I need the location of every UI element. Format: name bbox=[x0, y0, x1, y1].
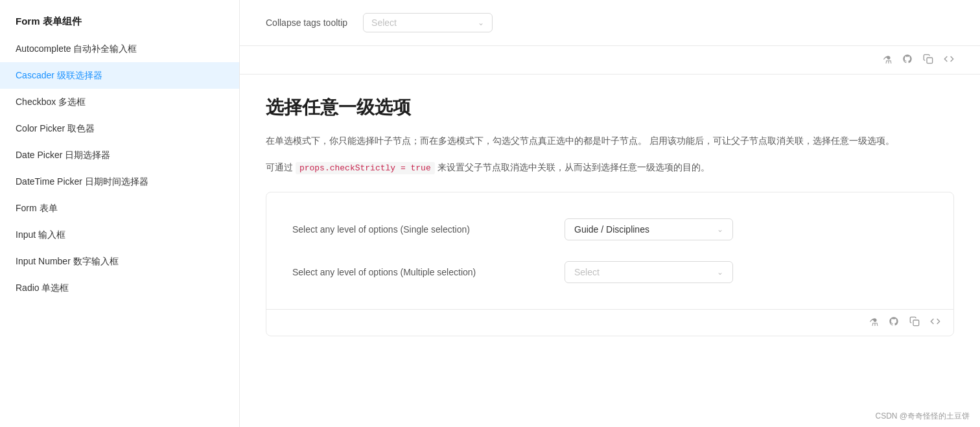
sidebar-item-label: Checkbox 多选框 bbox=[16, 97, 86, 107]
sidebar-item-cascader[interactable]: Cascader 级联选择器 bbox=[0, 62, 239, 89]
sidebar-item-checkbox[interactable]: Checkbox 多选框 bbox=[0, 89, 239, 115]
sidebar-item-form[interactable]: Form 表单 bbox=[0, 195, 239, 222]
sidebar-item-label: Form 表单 bbox=[16, 203, 58, 213]
demo-row-single: Select any level of options (Single sele… bbox=[292, 218, 928, 240]
flask-icon-bottom[interactable]: ⚗ bbox=[869, 316, 878, 329]
top-demo-row: Collapse tags tooltip Select ⌄ bbox=[266, 13, 493, 32]
code-icon-bottom[interactable] bbox=[930, 316, 940, 329]
code-icon[interactable] bbox=[944, 54, 954, 66]
sidebar-item-color-picker[interactable]: Color Picker 取色器 bbox=[0, 115, 239, 142]
chevron-down-icon: ⌄ bbox=[717, 225, 723, 234]
flask-icon[interactable]: ⚗ bbox=[883, 54, 892, 66]
demo-single-select[interactable]: Guide / Disciplines ⌄ bbox=[565, 218, 733, 240]
icons-row: ⚗ bbox=[240, 46, 980, 75]
demo-box: Select any level of options (Single sele… bbox=[266, 192, 954, 336]
collapse-tags-select[interactable]: Select ⌄ bbox=[363, 13, 493, 32]
sidebar-item-input-number[interactable]: Input Number 数字输入框 bbox=[0, 248, 239, 275]
sidebar-item-input[interactable]: Input 输入框 bbox=[0, 222, 239, 248]
sidebar-item-autocomplete[interactable]: Autocomplete 自动补全输入框 bbox=[0, 36, 239, 62]
svg-rect-0 bbox=[927, 58, 933, 63]
section-title: 选择任意一级选项 bbox=[266, 95, 954, 120]
sidebar-item-label: Date Picker 日期选择器 bbox=[16, 150, 110, 160]
sidebar-item-date-picker[interactable]: Date Picker 日期选择器 bbox=[0, 142, 239, 168]
collapse-tags-label: Collapse tags tooltip bbox=[266, 17, 347, 28]
demo-multiple-select[interactable]: Select ⌄ bbox=[565, 261, 733, 283]
chevron-down-icon: ⌄ bbox=[717, 268, 723, 277]
sidebar-item-label: Input 输入框 bbox=[16, 229, 65, 240]
copy-icon-bottom[interactable] bbox=[909, 316, 920, 329]
main-content: Collapse tags tooltip Select ⌄ ⚗ 选择任意一级选… bbox=[240, 0, 980, 427]
sidebar-item-label: Radio 单选框 bbox=[16, 283, 69, 293]
sidebar-item-radio[interactable]: Radio 单选框 bbox=[0, 275, 239, 301]
sidebar: Form 表单组件 Autocomplete 自动补全输入框 Cascader … bbox=[0, 0, 240, 427]
demo-row-multiple: Select any level of options (Multiple se… bbox=[292, 261, 928, 283]
demo-multiple-select-placeholder: Select bbox=[574, 267, 600, 277]
section-desc-2: 可通过 props.checkStrictly = true 来设置父子节点取消… bbox=[266, 159, 954, 176]
sidebar-item-label: Cascader 级联选择器 bbox=[16, 70, 102, 80]
chevron-down-icon: ⌄ bbox=[478, 18, 484, 27]
content-section: 选择任意一级选项 在单选模式下，你只能选择叶子节点；而在多选模式下，勾选父节点真… bbox=[240, 75, 980, 349]
sidebar-item-datetime-picker[interactable]: DateTime Picker 日期时间选择器 bbox=[0, 168, 239, 195]
sidebar-item-label: Input Number 数字输入框 bbox=[16, 256, 119, 266]
section-desc-1: 在单选模式下，你只能选择叶子节点；而在多选模式下，勾选父节点真正选中的都是叶子节… bbox=[266, 133, 954, 149]
demo-content: Select any level of options (Single sele… bbox=[266, 192, 953, 309]
demo-icons-bar: ⚗ bbox=[266, 309, 953, 336]
copy-icon[interactable] bbox=[923, 54, 933, 66]
top-demo-section: Collapse tags tooltip Select ⌄ bbox=[240, 0, 980, 46]
github-icon-bottom[interactable] bbox=[889, 316, 899, 329]
collapse-tags-select-placeholder: Select bbox=[371, 17, 397, 28]
svg-rect-1 bbox=[913, 320, 919, 326]
code-snippet: props.checkStrictly = true bbox=[296, 162, 435, 174]
watermark: CSDN @奇奇怪怪的土豆饼 bbox=[875, 411, 970, 422]
sidebar-item-label: DateTime Picker 日期时间选择器 bbox=[16, 176, 148, 187]
demo-row-single-label: Select any level of options (Single sele… bbox=[292, 224, 565, 235]
sidebar-item-label: Autocomplete 自动补全输入框 bbox=[16, 43, 137, 54]
sidebar-item-label: Color Picker 取色器 bbox=[16, 123, 95, 133]
desc2-prefix: 可通过 bbox=[266, 162, 296, 172]
desc2-suffix: 来设置父子节点取消选中关联，从而达到选择任意一级选项的目的。 bbox=[435, 162, 710, 172]
demo-single-select-value: Guide / Disciplines bbox=[574, 224, 649, 235]
sidebar-section-title: Form 表单组件 bbox=[0, 10, 239, 36]
github-icon[interactable] bbox=[902, 54, 913, 66]
demo-row-multiple-label: Select any level of options (Multiple se… bbox=[292, 267, 565, 277]
